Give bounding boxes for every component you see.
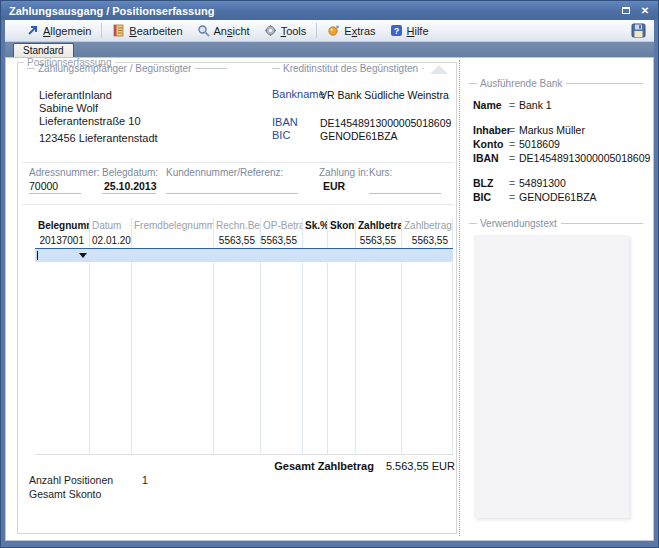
equals-sign: = bbox=[509, 138, 515, 150]
bank-blz-label: BLZ bbox=[473, 177, 493, 189]
col-rechn-betrag[interactable]: Rechn.Betrag bbox=[213, 218, 260, 233]
bank-inhaber-value: Markus Müller bbox=[519, 124, 585, 136]
col-belegnummer[interactable]: Belegnummer bbox=[35, 218, 89, 233]
cell-zahlbetrag[interactable]: 5563,55 bbox=[355, 233, 401, 248]
zahlung-in-field[interactable]: EUR bbox=[323, 180, 345, 192]
cell-sk-prozent[interactable] bbox=[302, 233, 327, 248]
usage-text-group-header: Verwendungstext bbox=[469, 218, 643, 229]
bank-name-label: Name bbox=[473, 99, 502, 111]
bank-konto-label: Konto bbox=[473, 138, 503, 150]
equals-sign: = bbox=[509, 124, 515, 136]
payee-address: LieferantInland Sabine Wolf Lieferantens… bbox=[39, 89, 158, 145]
belegdatum-underline bbox=[102, 193, 156, 194]
cell-zahlbetrag-euro[interactable]: 5563,55 bbox=[401, 233, 453, 248]
table-header-row: Belegnummer Datum Fremdbelegnummer Rechn… bbox=[35, 218, 453, 233]
sparkle-icon bbox=[327, 24, 340, 37]
kurs-underline bbox=[369, 193, 441, 194]
menu-tools[interactable]: Tools bbox=[257, 22, 314, 39]
tab-strip: Standard bbox=[5, 42, 654, 57]
usage-text-group-title: Verwendungstext bbox=[480, 218, 557, 229]
col-op-betrag[interactable]: OP-Betrag bbox=[260, 218, 302, 233]
arrow-ne-icon bbox=[26, 24, 39, 37]
col-zahlbetrag[interactable]: Zahlbetrag bbox=[355, 218, 401, 233]
cell-fremdbelegnummer[interactable] bbox=[131, 233, 213, 248]
table-row[interactable]: 20137001 02.01.2013 5563,55 5563,55 5563… bbox=[35, 233, 453, 248]
window-title: Zahlungsausgang / Positionserfassung bbox=[9, 5, 614, 17]
col-sk-prozent[interactable]: Sk.% bbox=[302, 218, 327, 233]
payee-group-title: Zahlungsempfänger / Begünstigter bbox=[38, 63, 191, 74]
bank-blz-value: 54891300 bbox=[519, 177, 566, 189]
cell-op-betrag[interactable]: 5563,55 bbox=[260, 233, 302, 248]
chevron-down-icon[interactable] bbox=[79, 253, 87, 258]
panel-splitter[interactable] bbox=[459, 60, 460, 536]
col-datum[interactable]: Datum bbox=[89, 218, 131, 233]
bank-iban-label: IBAN bbox=[473, 152, 499, 164]
bank-iban-value: DE14548913000005018609 bbox=[519, 152, 650, 164]
executing-bank-group-title: Ausführende Bank bbox=[480, 78, 562, 89]
positions-table: Belegnummer Datum Fremdbelegnummer Rechn… bbox=[35, 218, 453, 455]
bankname-label: Bankname bbox=[272, 88, 325, 100]
magnifier-icon bbox=[197, 24, 210, 37]
anzahl-positionen-value: 1 bbox=[142, 474, 148, 486]
bank-bic-label: BIC bbox=[473, 191, 491, 203]
tab-standard[interactable]: Standard bbox=[13, 43, 74, 57]
adressnummer-field[interactable]: 70000 bbox=[29, 180, 58, 192]
svg-text:?: ? bbox=[393, 26, 399, 36]
payee-name: LieferantInland bbox=[39, 89, 158, 102]
restore-icon bbox=[622, 7, 630, 14]
restore-button[interactable] bbox=[619, 4, 633, 17]
payee-street: Lieferantenstraße 10 bbox=[39, 115, 158, 128]
bank-name-value: Bank 1 bbox=[519, 99, 552, 111]
gesamt-skonto-label: Gesamt Skonto bbox=[29, 488, 101, 500]
floppy-save-icon bbox=[631, 23, 646, 38]
cell-rechn-betrag[interactable]: 5563,55 bbox=[213, 233, 260, 248]
anzahl-positionen-row: Anzahl Positionen 1 bbox=[29, 474, 148, 486]
toolbar-right bbox=[628, 22, 648, 40]
belegdatum-label: Belegdatum: bbox=[102, 167, 158, 178]
title-bar: Zahlungsausgang / Positionserfassung ✕ bbox=[1, 1, 658, 20]
bank-konto-value: 5018609 bbox=[519, 138, 560, 150]
save-button[interactable] bbox=[628, 22, 648, 40]
selected-entry-row[interactable] bbox=[35, 248, 453, 262]
bank-inhaber-label: Inhaber bbox=[473, 124, 511, 136]
menu-extras[interactable]: Extras bbox=[320, 22, 382, 39]
menu-hilfe[interactable]: ? Hilfe bbox=[383, 22, 436, 39]
menu-separator bbox=[316, 23, 317, 38]
executing-bank-group-header: Ausführende Bank bbox=[469, 78, 643, 89]
gesamt-zahlbetrag-label: Gesamt Zahlbetrag bbox=[274, 460, 374, 472]
menu-ansicht[interactable]: Ansicht bbox=[190, 22, 257, 39]
collapse-arrow-icon[interactable] bbox=[430, 65, 448, 74]
menu-allgemein[interactable]: Allgemein bbox=[19, 22, 98, 39]
cell-datum[interactable]: 02.01.2013 bbox=[89, 233, 131, 248]
bic-label: BIC bbox=[272, 129, 290, 141]
zahlung-in-label: Zahlung in: bbox=[319, 167, 368, 178]
belegdatum-field[interactable]: 25.10.2013 bbox=[104, 180, 157, 192]
app-window: Zahlungsausgang / Positionserfassung ✕ A… bbox=[0, 0, 659, 548]
usage-text-area[interactable] bbox=[474, 235, 629, 518]
iban-label: IBAN bbox=[272, 116, 298, 128]
equals-sign: = bbox=[509, 99, 515, 111]
col-skonto[interactable]: Skonto bbox=[327, 218, 355, 233]
gesamt-skonto-row: Gesamt Skonto bbox=[29, 488, 130, 500]
anzahl-positionen-label: Anzahl Positionen bbox=[29, 474, 113, 486]
equals-sign: = bbox=[509, 152, 515, 164]
gesamt-zahlbetrag-row: Gesamt Zahlbetrag 5.563,55 EUR bbox=[218, 460, 455, 472]
bic-value: GENODE61BZA bbox=[320, 130, 398, 142]
separator-line bbox=[22, 162, 454, 163]
close-button[interactable]: ✕ bbox=[638, 4, 652, 17]
col-zahlbetrag-euro[interactable]: Zahlbetrag Euro bbox=[401, 218, 453, 233]
bankname-value: VR Bank Südliche Weinstra bbox=[320, 89, 449, 101]
positionserfassung-groupbox: Positionserfassung Zahlungsempfänger / B… bbox=[17, 62, 457, 534]
col-fremdbelegnummer[interactable]: Fremdbelegnummer bbox=[131, 218, 213, 233]
payee-contact: Sabine Wolf bbox=[39, 102, 158, 115]
cell-belegnummer[interactable]: 20137001 bbox=[35, 233, 89, 248]
help-icon: ? bbox=[390, 24, 403, 37]
payee-city: 123456 Lieferantenstadt bbox=[39, 132, 158, 145]
kundennummer-underline bbox=[166, 193, 298, 194]
content-area: Positionserfassung Zahlungsempfänger / B… bbox=[5, 57, 654, 541]
payee-group-header: Zahlungsempfänger / Begünstigter bbox=[27, 63, 227, 74]
menu-bearbeiten[interactable]: Bearbeiten bbox=[105, 22, 189, 39]
notebook-icon bbox=[112, 24, 125, 37]
menu-separator bbox=[101, 23, 102, 38]
cell-skonto[interactable] bbox=[327, 233, 355, 248]
